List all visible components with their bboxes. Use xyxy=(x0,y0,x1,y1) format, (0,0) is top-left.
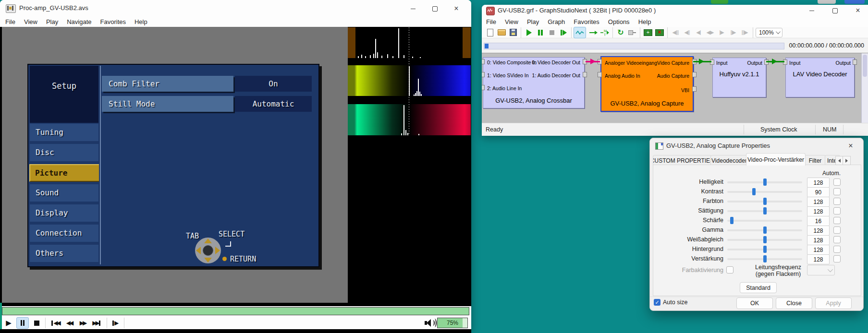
fast-forward-button[interactable]: ▶▶ xyxy=(76,318,89,328)
render-media-icon[interactable]: MT xyxy=(599,27,611,38)
gsn-minimize-button[interactable] xyxy=(801,5,822,16)
output-pin[interactable] xyxy=(853,59,857,65)
gsn-pause-icon[interactable] xyxy=(535,27,546,38)
tab-scroll-right-button[interactable] xyxy=(843,156,851,165)
autom-checkbox[interactable] xyxy=(833,178,841,186)
seek-fwd-large-icon[interactable]: ||▶ xyxy=(727,27,739,38)
slider-value[interactable]: 90 xyxy=(807,187,830,197)
remote-graph-icon[interactable] xyxy=(574,27,586,38)
gsn-menu-help[interactable]: Help xyxy=(634,18,656,25)
input-pin[interactable] xyxy=(482,59,485,64)
rewind-button[interactable]: ◀◀ xyxy=(62,318,76,328)
graph-canvas[interactable]: 0: Video Composite In 1: Video SVideo In… xyxy=(482,53,868,123)
player-close-button[interactable]: × xyxy=(446,3,467,14)
gsn-menu-favorites[interactable]: Favorites xyxy=(569,18,603,25)
dialog-close-button[interactable]: × xyxy=(840,140,861,152)
slider-weissabgleich[interactable] xyxy=(727,239,802,241)
gsn-maximize-button[interactable] xyxy=(824,5,845,16)
output-pin[interactable] xyxy=(692,72,697,77)
osd-item-others[interactable]: Others xyxy=(30,245,98,262)
seek-end-icon[interactable]: |||▶ xyxy=(739,27,750,38)
slider-saettigung[interactable] xyxy=(727,210,802,212)
gsn-close-button[interactable]: × xyxy=(847,5,868,16)
output-pin[interactable] xyxy=(692,86,697,92)
apply-button[interactable]: Apply xyxy=(815,297,852,309)
standard-button[interactable]: Standard xyxy=(740,282,777,293)
slider-kontrast[interactable] xyxy=(727,191,802,193)
slider-gamma[interactable] xyxy=(727,229,802,231)
filter-box-lav[interactable]: Input Output LAV Video Decoder xyxy=(785,58,855,97)
save-icon[interactable] xyxy=(507,27,519,38)
player-menu-file[interactable]: File xyxy=(1,18,20,25)
skip-back-button[interactable]: ◀◀ xyxy=(48,318,62,328)
connect-pins-icon[interactable] xyxy=(587,27,599,38)
autom-checkbox[interactable] xyxy=(833,217,841,224)
zoom-dropdown[interactable]: 100% xyxy=(756,28,782,37)
slider-value[interactable]: 128 xyxy=(807,197,830,207)
stop-button[interactable] xyxy=(31,318,42,328)
gsn-titlebar[interactable]: GV-USB2.grf - GraphStudioNext ( 32Bit | … xyxy=(482,5,868,16)
slider-value[interactable]: 128 xyxy=(807,245,830,255)
new-graph-icon[interactable] xyxy=(484,27,496,38)
gsn-play-icon[interactable] xyxy=(523,27,535,38)
slider-schaerfe[interactable] xyxy=(727,220,802,222)
osd-item-connection[interactable]: Connection xyxy=(30,225,98,242)
speaker-icon[interactable] xyxy=(425,318,435,328)
slider-value[interactable]: 128 xyxy=(807,206,830,216)
pause-button[interactable] xyxy=(16,317,29,329)
seek-back-icon[interactable]: ◀| xyxy=(693,27,704,38)
refresh-graph-icon[interactable]: ↻ xyxy=(615,27,626,38)
canvas-scrollbar[interactable] xyxy=(861,53,868,123)
tab-video-proc-verstaerker[interactable]: Video-Proc-Verstärker xyxy=(746,153,806,166)
volume-slider[interactable]: 75% xyxy=(437,318,468,328)
autom-checkbox[interactable] xyxy=(833,236,841,243)
remove-filter-icon[interactable]: × xyxy=(654,27,665,38)
autosize-checkbox[interactable]: ✓ xyxy=(654,299,660,306)
insert-filter-icon[interactable]: + xyxy=(642,27,654,38)
slider-value[interactable]: 128 xyxy=(807,178,830,188)
filter-box-capture[interactable]: Analoger Videoeingang Analog Audio In Vi… xyxy=(600,56,694,112)
osd-item-disc[interactable]: Disc xyxy=(30,144,98,161)
input-pin[interactable] xyxy=(598,72,602,77)
osd-setting-still-mode[interactable]: Still Mode xyxy=(102,96,233,112)
osd-setting-comb-filter[interactable]: Comb Filter xyxy=(102,76,233,92)
osd-item-picture-selected[interactable]: Picture xyxy=(29,164,99,182)
osd-item-display[interactable]: Display xyxy=(30,204,98,222)
tab-filter[interactable]: Filter xyxy=(805,155,826,166)
autom-checkbox[interactable] xyxy=(833,255,841,262)
slider-value[interactable]: 128 xyxy=(807,226,830,236)
player-titlebar[interactable]: Proc-amp_GV-USB2.avs × xyxy=(0,0,471,17)
player-maximize-button[interactable] xyxy=(424,3,445,14)
autom-checkbox[interactable] xyxy=(833,207,841,214)
autom-checkbox[interactable] xyxy=(833,188,841,195)
slider-value[interactable]: 128 xyxy=(807,254,830,264)
filter-box-huffyuv[interactable]: Input Output Huffyuv v2.1.1 xyxy=(712,58,766,97)
dialog-titlebar[interactable]: GV-USB2, Analog Capture Properties × xyxy=(650,138,863,154)
seek-start-icon[interactable]: ◀||| xyxy=(670,27,681,38)
input-pin[interactable] xyxy=(482,72,485,77)
gsn-progress-marker[interactable] xyxy=(485,44,489,48)
slider-hintergrund[interactable] xyxy=(727,249,802,250)
play-button[interactable]: ▶ xyxy=(3,318,14,328)
slider-value[interactable]: 16 xyxy=(807,216,830,226)
player-menu-view[interactable]: View xyxy=(20,18,42,25)
slider-value[interactable]: 128 xyxy=(807,235,830,245)
output-pin[interactable] xyxy=(583,72,587,77)
gsn-progress-bar[interactable] xyxy=(484,43,784,49)
seekbar[interactable] xyxy=(2,307,469,315)
seek-back-large-icon[interactable]: ◀|| xyxy=(681,27,693,38)
autom-checkbox[interactable] xyxy=(833,226,841,234)
seek-frame-icon[interactable]: ◀▶ xyxy=(704,27,716,38)
player-menu-navigate[interactable]: Navigate xyxy=(62,18,96,25)
autom-checkbox[interactable] xyxy=(833,198,841,205)
player-menu-favorites[interactable]: Favorites xyxy=(96,18,130,25)
open-file-icon[interactable] xyxy=(496,27,507,38)
gsn-menu-view[interactable]: View xyxy=(501,18,523,25)
tab-custom-properties[interactable]: CUSTOM PROPERTIES xyxy=(653,155,711,166)
autom-checkbox[interactable] xyxy=(833,246,841,253)
gsn-stop-icon[interactable] xyxy=(546,27,558,38)
slider-verstaerkung[interactable] xyxy=(727,258,802,260)
skip-forward-button[interactable]: ▶▶ xyxy=(89,318,104,328)
close-dialog-button[interactable]: Close xyxy=(776,297,812,309)
gsn-menu-file[interactable]: File xyxy=(482,18,501,25)
